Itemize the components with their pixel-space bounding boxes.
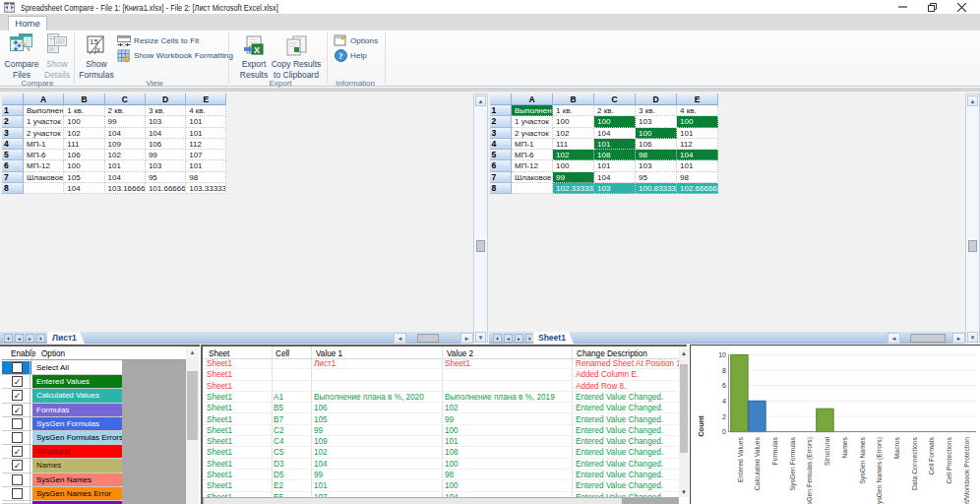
svg-text:?: ? [338, 51, 343, 61]
svg-text:SysGen Femulas (Errors): SysGen Femulas (Errors) [806, 437, 814, 504]
svg-text:Cell Protections: Cell Protections [946, 436, 952, 483]
svg-text:8: 8 [722, 367, 726, 374]
svg-text:Sheet/Workbook Protection: Sheet/Workbook Protection [963, 437, 970, 504]
svg-text:SysGen Names: SysGen Names [859, 436, 867, 483]
svg-text:Formulas: Formulas [771, 436, 778, 465]
svg-text:Entered Values: Entered Values [737, 436, 744, 482]
svg-text:10: 10 [718, 351, 726, 358]
svg-text:Structural: Structural [824, 437, 830, 467]
svg-text:SysGen Formulas: SysGen Formulas [789, 436, 797, 490]
svg-text:0: 0 [722, 428, 726, 435]
svg-text:fx: fx [94, 45, 100, 54]
svg-text:4: 4 [722, 398, 726, 405]
svg-text:Cell Formats: Cell Formats [928, 436, 935, 474]
svg-text:6: 6 [722, 382, 726, 389]
svg-text:Names: Names [841, 436, 848, 458]
svg-text:SysGen Names (Errors): SysGen Names (Errors) [876, 437, 884, 504]
svg-text:2: 2 [722, 413, 726, 420]
svg-text:Macros: Macros [893, 436, 900, 459]
svg-text:Data Connections: Data Connections [911, 436, 918, 490]
svg-text:X: X [254, 45, 260, 55]
svg-text:Calculated Values: Calculated Values [754, 436, 761, 490]
svg-text:Count: Count [697, 415, 705, 437]
